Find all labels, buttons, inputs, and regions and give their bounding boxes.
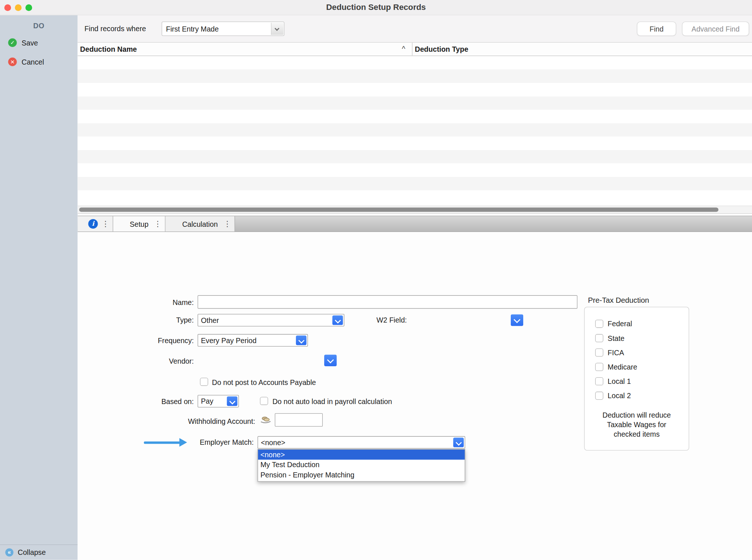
local2-checkbox[interactable] bbox=[595, 392, 603, 400]
frequency-label: Frequency: bbox=[78, 337, 194, 345]
based-on-value: Pay bbox=[201, 397, 213, 405]
based-on-label: Based on: bbox=[78, 397, 194, 406]
employer-match-option-my-test-deduction[interactable]: My Test Deduction bbox=[258, 460, 465, 470]
do-not-autoload-checkbox[interactable] bbox=[260, 397, 268, 405]
state-checkbox[interactable] bbox=[595, 334, 603, 342]
pretax-row-state: State bbox=[595, 334, 689, 342]
window-title: Deduction Setup Records bbox=[0, 0, 752, 15]
do-not-post-ap-label: Do not post to Accounts Payable bbox=[212, 378, 316, 386]
column-header-deduction-type[interactable]: Deduction Type bbox=[412, 43, 752, 55]
deduction-name-header-label: Deduction Name bbox=[80, 45, 137, 53]
collapse-button[interactable]: « Collapse bbox=[0, 544, 78, 560]
chevron-down-icon[interactable] bbox=[227, 396, 238, 406]
tab-setup[interactable]: Setup ⋮ bbox=[113, 216, 165, 232]
chevron-down-icon[interactable] bbox=[332, 315, 343, 325]
collapse-label: Collapse bbox=[18, 548, 46, 556]
advanced-find-button[interactable]: Advanced Find bbox=[682, 22, 749, 36]
find-field-dropdown[interactable]: First Entry Made bbox=[162, 22, 284, 36]
cancel-button[interactable]: ✕ Cancel bbox=[0, 56, 78, 68]
info-segment: i ⋮ bbox=[78, 216, 113, 232]
pretax-row-local1: Local 1 bbox=[595, 377, 689, 385]
info-icon[interactable]: i bbox=[88, 219, 98, 229]
name-label: Name: bbox=[78, 298, 194, 306]
pretax-row-local2: Local 2 bbox=[595, 392, 689, 400]
find-records-where-label: Find records where bbox=[84, 25, 146, 33]
local1-label: Local 1 bbox=[608, 377, 631, 385]
type-dropdown[interactable]: Other bbox=[198, 314, 344, 327]
w2-field-label: W2 Field: bbox=[376, 316, 417, 324]
table-body-empty bbox=[78, 56, 752, 190]
tab-bar: i ⋮ Setup ⋮ Calculation ⋮ bbox=[78, 216, 752, 232]
sort-ascending-icon: ^ bbox=[402, 44, 405, 52]
fica-checkbox[interactable] bbox=[595, 349, 603, 357]
table-header: Deduction Name ^ Deduction Type bbox=[78, 43, 752, 56]
employer-match-options-list: <none> My Test Deduction Pension - Emplo… bbox=[257, 449, 465, 482]
type-label: Type: bbox=[78, 316, 194, 324]
close-window-button[interactable] bbox=[4, 4, 11, 11]
setup-form: Name: Type: Other W2 Field: Frequency: E… bbox=[78, 232, 752, 560]
pretax-note: Deduction will reduce Taxable Wages for … bbox=[593, 410, 680, 439]
drag-handle-icon: ⋮ bbox=[154, 219, 162, 229]
based-on-dropdown[interactable]: Pay bbox=[198, 395, 239, 407]
do-not-autoload-label: Do not auto load in payroll calculation bbox=[272, 397, 392, 406]
sidebar: DO ✓ Save ✕ Cancel « Collapse bbox=[0, 15, 78, 560]
local1-checkbox[interactable] bbox=[595, 377, 603, 385]
tab-bar-filler bbox=[235, 216, 752, 232]
zoom-window-button[interactable] bbox=[25, 4, 32, 11]
tab-setup-label: Setup bbox=[130, 220, 148, 228]
w2-field-dropdown-button[interactable] bbox=[511, 314, 523, 326]
tab-calculation-label: Calculation bbox=[182, 220, 218, 228]
pretax-row-federal: Federal bbox=[595, 320, 689, 328]
chevron-down-icon[interactable] bbox=[453, 437, 464, 447]
scrollbar-thumb[interactable] bbox=[79, 208, 719, 212]
vendor-label: Vendor: bbox=[78, 357, 194, 365]
frequency-value: Every Pay Period bbox=[201, 336, 256, 344]
account-lookup-icon[interactable] bbox=[260, 415, 271, 426]
main-content: Find records where First Entry Made Find… bbox=[78, 15, 752, 560]
save-button[interactable]: ✓ Save bbox=[0, 36, 78, 49]
drag-handle-icon: ⋮ bbox=[224, 219, 231, 229]
column-header-deduction-name[interactable]: Deduction Name ^ bbox=[78, 43, 413, 55]
pretax-row-medicare: Medicare bbox=[595, 363, 689, 371]
sidebar-header: DO bbox=[0, 22, 78, 30]
cancel-label: Cancel bbox=[22, 58, 44, 66]
medicare-checkbox[interactable] bbox=[595, 363, 603, 371]
minimize-window-button[interactable] bbox=[15, 4, 21, 11]
vendor-dropdown-button[interactable] bbox=[324, 355, 337, 366]
employer-match-option-none[interactable]: <none> bbox=[258, 450, 465, 459]
withholding-account-label: Withholding Account: bbox=[78, 417, 255, 425]
medicare-label: Medicare bbox=[608, 363, 637, 371]
employer-match-option-pension-matching[interactable]: Pension - Employer Matching bbox=[258, 470, 465, 480]
federal-checkbox[interactable] bbox=[595, 320, 603, 328]
chevron-down-icon[interactable] bbox=[296, 335, 307, 345]
state-label: State bbox=[608, 334, 625, 342]
horizontal-scrollbar[interactable] bbox=[78, 206, 752, 213]
cancel-x-icon: ✕ bbox=[8, 58, 17, 66]
tab-calculation[interactable]: Calculation ⋮ bbox=[166, 216, 235, 232]
save-check-icon: ✓ bbox=[8, 38, 17, 47]
federal-label: Federal bbox=[608, 320, 632, 328]
collapse-chevrons-icon: « bbox=[5, 548, 13, 556]
employer-match-value: <none> bbox=[261, 438, 285, 446]
deduction-type-header-label: Deduction Type bbox=[415, 45, 469, 53]
fica-label: FICA bbox=[608, 349, 624, 357]
name-input[interactable] bbox=[198, 295, 577, 309]
traffic-lights bbox=[4, 4, 32, 11]
employer-match-label: Employer Match: bbox=[78, 438, 254, 446]
local2-label: Local 2 bbox=[608, 392, 631, 400]
save-label: Save bbox=[22, 39, 38, 47]
drag-handle-icon: ⋮ bbox=[102, 219, 109, 229]
titlebar: Deduction Setup Records bbox=[0, 0, 752, 15]
app-window: Deduction Setup Records DO ✓ Save ✕ Canc… bbox=[0, 0, 752, 560]
pretax-deduction-title: Pre-Tax Deduction bbox=[588, 296, 649, 305]
do-not-post-ap-checkbox[interactable] bbox=[200, 378, 208, 386]
find-field-value: First Entry Made bbox=[166, 25, 219, 33]
employer-match-dropdown[interactable]: <none> bbox=[257, 436, 465, 449]
find-button[interactable]: Find bbox=[637, 22, 676, 36]
frequency-dropdown[interactable]: Every Pay Period bbox=[198, 334, 308, 346]
results-table: Deduction Name ^ Deduction Type bbox=[78, 42, 752, 214]
type-value: Other bbox=[201, 316, 219, 324]
chevron-down-icon bbox=[271, 22, 283, 35]
withholding-account-input[interactable] bbox=[275, 413, 323, 427]
pretax-deduction-panel: Federal State FICA Medicare bbox=[584, 307, 689, 451]
